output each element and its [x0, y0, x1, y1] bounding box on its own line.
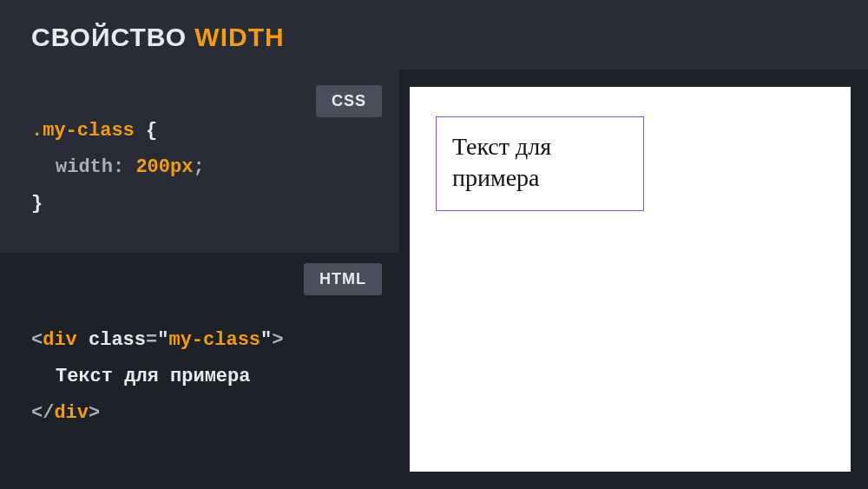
css-property: width — [56, 156, 113, 178]
html-quote-open: " — [157, 329, 168, 351]
code-column: CSS .my-class { width: 200px; } HTML — [0, 69, 399, 489]
css-code-block: CSS .my-class { width: 200px; } — [0, 69, 399, 253]
content-area: CSS .my-class { width: 200px; } HTML — [0, 69, 868, 489]
html-label-badge: HTML — [304, 263, 382, 295]
html-close-lt: </ — [31, 402, 54, 424]
slide-header: СВОЙСТВО WIDTH — [0, 0, 868, 69]
html-tag-close: div — [54, 402, 89, 424]
css-line-1: .my-class { — [31, 113, 368, 149]
title-text-highlight: WIDTH — [194, 23, 284, 51]
example-box: Текст для примера — [436, 116, 644, 211]
html-quote-close: " — [260, 329, 272, 351]
css-indent: width: 200px; — [31, 149, 205, 186]
css-selector: .my-class — [31, 120, 135, 142]
preview-column: Текст для примера — [399, 69, 868, 489]
css-brace-close: } — [31, 193, 43, 215]
html-code-block: HTML <div class="my-class"> Текст для пр… — [0, 253, 399, 489]
css-semicolon: ; — [193, 156, 204, 178]
example-text: Текст для примера — [452, 131, 628, 195]
css-brace-open: { — [135, 120, 157, 142]
css-code: .my-class { width: 200px; } — [31, 113, 368, 221]
html-tag-open: div — [43, 329, 77, 351]
html-eq: = — [146, 329, 157, 351]
space — [77, 329, 89, 351]
css-label-badge: CSS — [316, 85, 382, 117]
css-line-2: width: 200px; — [31, 149, 368, 186]
css-line-3: } — [31, 186, 368, 222]
html-gt: > — [272, 329, 283, 351]
preview-canvas: Текст для примера — [410, 87, 851, 472]
html-inner-text: Текст для примера — [31, 359, 250, 395]
html-attr-name: class — [89, 329, 146, 351]
html-line-1: <div class="my-class"> — [31, 322, 368, 359]
html-attr-value: my-class — [168, 329, 260, 351]
html-close-gt: > — [89, 402, 100, 424]
title-text-main: СВОЙСТВО — [31, 23, 194, 51]
html-line-3: </div> — [31, 395, 368, 432]
slide-title: СВОЙСТВО WIDTH — [31, 23, 837, 52]
html-lt: < — [31, 329, 43, 351]
html-line-2: Текст для примера — [31, 359, 368, 395]
html-code: <div class="my-class"> Текст для примера… — [31, 322, 368, 431]
css-colon: : — [113, 156, 135, 178]
css-value: 200px — [135, 156, 193, 178]
